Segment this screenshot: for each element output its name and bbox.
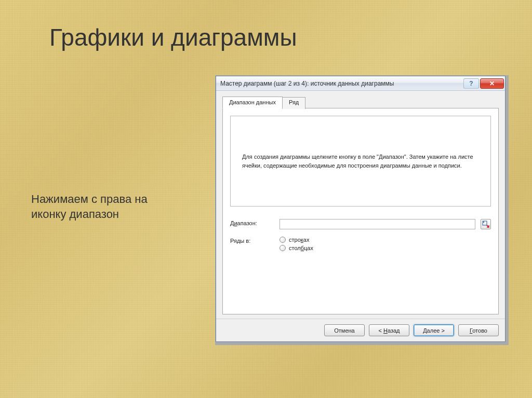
radio-columns-label: столбцах bbox=[289, 245, 313, 251]
close-button[interactable]: ✕ bbox=[480, 78, 504, 89]
tab-panel: Для создания диаграммы щелкните кнопку в… bbox=[222, 108, 499, 314]
close-icon: ✕ bbox=[489, 80, 495, 87]
series-in-label: Ряды в: bbox=[230, 237, 274, 244]
radio-rows[interactable] bbox=[280, 237, 286, 243]
radio-rows-row[interactable]: строках bbox=[280, 237, 313, 243]
radio-columns[interactable] bbox=[280, 245, 286, 251]
range-row: Диапазон: bbox=[230, 219, 491, 229]
tab-series[interactable]: Ряд bbox=[282, 97, 305, 109]
radio-columns-row[interactable]: столбцах bbox=[280, 245, 313, 251]
tab-strip: Диапазон данных Ряд bbox=[222, 96, 499, 108]
dialog-button-bar: Отмена < Назад Далее > Готово bbox=[216, 319, 505, 341]
slide-caption: Нажимаем с права на иконку диапазон bbox=[31, 192, 148, 222]
finish-button[interactable]: Готово bbox=[458, 324, 499, 336]
back-button[interactable]: < Назад bbox=[369, 324, 409, 336]
next-button-label: Далее > bbox=[423, 327, 445, 334]
next-button[interactable]: Далее > bbox=[414, 324, 454, 336]
tab-data-range-label: Диапазон данных bbox=[229, 99, 276, 105]
back-button-label: < Назад bbox=[378, 327, 400, 334]
caption-line-1: Нажимаем с права на bbox=[31, 193, 148, 205]
chart-preview-box: Для создания диаграммы щелкните кнопку в… bbox=[230, 116, 491, 207]
help-icon: ? bbox=[469, 80, 473, 87]
form-area: Диапазон: bbox=[230, 214, 491, 251]
titlebar-buttons: ? ✕ bbox=[462, 78, 504, 89]
series-in-row: Ряды в: строках столбцах bbox=[230, 237, 491, 251]
slide-title: Графики и диаграммы bbox=[49, 23, 297, 51]
caption-line-2: иконку диапазон bbox=[31, 208, 119, 221]
range-picker-button[interactable] bbox=[481, 219, 491, 229]
dialog-title: Мастер диаграмм (шаг 2 из 4): источник д… bbox=[220, 80, 462, 87]
help-button[interactable]: ? bbox=[463, 78, 479, 89]
series-in-radio-group: строках столбцах bbox=[280, 237, 313, 251]
chart-wizard-dialog: Мастер диаграмм (шаг 2 из 4): источник д… bbox=[216, 76, 506, 342]
dialog-body: Диапазон данных Ряд Для создания диаграм… bbox=[216, 91, 505, 319]
range-picker-icon bbox=[482, 221, 489, 228]
preview-instruction-text: Для создания диаграммы щелкните кнопку в… bbox=[242, 153, 479, 170]
dialog-titlebar[interactable]: Мастер диаграмм (шаг 2 из 4): источник д… bbox=[216, 76, 505, 91]
dialog-shadow-frame: Мастер диаграмм (шаг 2 из 4): источник д… bbox=[215, 75, 509, 345]
range-label: Диапазон: bbox=[230, 219, 274, 226]
range-input[interactable] bbox=[280, 219, 475, 229]
tab-series-label: Ряд bbox=[289, 99, 299, 105]
radio-rows-label: строках bbox=[289, 237, 309, 243]
slide-background: Графики и диаграммы Нажимаем с права на … bbox=[0, 0, 532, 398]
tab-data-range[interactable]: Диапазон данных bbox=[222, 97, 283, 108]
finish-button-label: Готово bbox=[470, 327, 487, 334]
cancel-button[interactable]: Отмена bbox=[324, 324, 365, 336]
svg-rect-1 bbox=[483, 222, 484, 223]
cancel-button-label: Отмена bbox=[334, 327, 354, 334]
